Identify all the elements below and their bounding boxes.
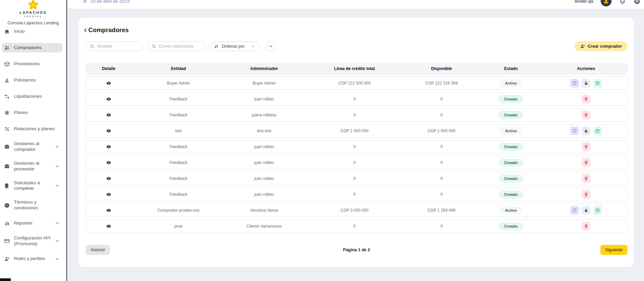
delete-button[interactable] xyxy=(582,174,591,183)
sidebar-item-terminos-y-condiciones[interactable]: Términos y condiciones xyxy=(2,199,62,212)
create-comprador-button[interactable]: Crear comprador xyxy=(575,41,627,51)
topbar-date: 10 de abril de 2023 xyxy=(90,0,130,4)
view-detail-button[interactable] xyxy=(105,127,112,134)
corner-artifact xyxy=(0,278,11,281)
edit-button[interactable] xyxy=(593,206,602,215)
table-row: test test test COP 1 500 000 COP 1 500 0… xyxy=(86,124,627,138)
avatar[interactable] xyxy=(601,0,611,6)
trash-icon xyxy=(584,113,588,117)
sidebar-item-label: Inicio xyxy=(14,29,25,34)
next-page-button[interactable]: Siguiente xyxy=(600,245,627,255)
view-detail-button[interactable] xyxy=(105,96,112,102)
cell-administrador: juan robles xyxy=(226,144,303,149)
refresh-icon xyxy=(572,208,577,213)
row-actions xyxy=(545,158,627,167)
sidebar-item-configuracion-api[interactable]: Configuración API (Provisoria) xyxy=(2,235,62,248)
back-chevron-icon[interactable] xyxy=(83,27,88,33)
view-detail-button[interactable] xyxy=(105,80,112,87)
loan-icon xyxy=(4,77,10,83)
chevron-down-icon xyxy=(55,239,60,243)
cell-disponible: 0 xyxy=(406,192,477,197)
row-actions xyxy=(545,95,627,103)
sidebar-item-planes[interactable]: Planes xyxy=(2,108,62,117)
sidebar-item-gestiones-al-proveedor[interactable]: Gestiones al proveedor xyxy=(2,160,62,173)
cell-administrador: juan robles xyxy=(226,160,303,165)
name-filter-input[interactable] xyxy=(97,44,138,49)
status-badge: Creado xyxy=(499,143,523,151)
swap-icon xyxy=(4,94,10,99)
sidebar-item-solicitudes-a-completar[interactable]: Solicitudes a completar xyxy=(2,180,62,192)
email-filter xyxy=(147,42,206,51)
view-detail-button[interactable] xyxy=(105,207,112,214)
cell-linea-credito: COP 222 500 000 xyxy=(303,81,406,86)
collapse-sidebar-button[interactable] xyxy=(82,0,87,4)
userplus-icon xyxy=(4,256,10,262)
edit-icon xyxy=(595,208,600,213)
cell-linea-credito: 0 xyxy=(303,160,406,165)
cell-administrador: juan robles xyxy=(226,192,303,197)
delete-button[interactable] xyxy=(582,158,591,167)
sidebar-item-prestamos[interactable]: Préstamos xyxy=(2,75,62,85)
sidebar-item-reportes[interactable]: Reportes xyxy=(2,218,62,228)
email-filter-input[interactable] xyxy=(159,44,199,49)
view-detail-button[interactable] xyxy=(105,159,112,166)
cell-entidad: Comprador prueba uno xyxy=(131,208,226,213)
language-button[interactable] xyxy=(634,0,641,5)
refresh-icon xyxy=(572,128,577,133)
sidebar-item-liquidaciones[interactable]: Liquidaciones xyxy=(2,92,62,101)
cell-disponible: 0 xyxy=(406,113,477,117)
column-header: Disponible xyxy=(406,66,477,71)
view-detail-button[interactable] xyxy=(105,191,112,198)
delete-button[interactable] xyxy=(582,142,591,151)
edit-icon xyxy=(595,128,600,133)
bell-icon xyxy=(619,0,626,5)
sort-dropdown[interactable]: Ordenar por xyxy=(210,42,259,51)
cell-administrador: Veronica Vanse xyxy=(226,208,303,213)
sidebar-item-compradores[interactable]: Compradores xyxy=(2,43,62,52)
table-header: DetalleEntidadAdministradorLínea de créd… xyxy=(86,63,627,74)
lock-button[interactable] xyxy=(582,126,591,135)
lock-icon xyxy=(584,208,588,213)
table-row: Comprador prueba uno Veronica Vanse COP … xyxy=(86,204,627,217)
trash-icon xyxy=(584,97,588,101)
edit-button[interactable] xyxy=(593,126,602,135)
delete-button[interactable] xyxy=(582,111,591,119)
doc-icon xyxy=(4,183,10,189)
search-icon xyxy=(151,44,156,49)
lock-button[interactable] xyxy=(582,79,591,88)
chevron-down-icon xyxy=(55,164,60,169)
sidebar-item-roles-y-perfiles[interactable]: Roles y perfiles xyxy=(2,254,62,264)
filters-toolbar: Ordenar por Crear comprador xyxy=(86,41,627,51)
sidebar-item-label: Planes xyxy=(14,110,28,116)
cell-administrador: Cliente Vansevicius xyxy=(226,224,303,229)
column-header: Administrador xyxy=(226,66,303,71)
eye-icon xyxy=(106,192,111,197)
sidebar-item-inicio[interactable]: Inicio xyxy=(2,27,62,36)
lock-button[interactable] xyxy=(582,206,591,215)
view-detail-button[interactable] xyxy=(105,223,112,230)
view-detail-button[interactable] xyxy=(105,143,112,150)
delete-button[interactable] xyxy=(582,222,591,231)
expand-filters-button[interactable] xyxy=(266,42,276,51)
sidebar-item-relaciones-y-planes[interactable]: Relaciones y planes xyxy=(2,124,62,134)
notifications-button[interactable] xyxy=(619,0,626,5)
sidebar-item-proveedores[interactable]: Proveedores xyxy=(2,59,62,69)
cell-linea-credito: 0 xyxy=(303,224,406,229)
edit-button[interactable] xyxy=(593,79,602,88)
cell-entidad: Feedback xyxy=(131,192,226,197)
sidebar-item-gestiones-al-comprador[interactable]: Gestiones al comprador xyxy=(2,140,62,153)
delete-button[interactable] xyxy=(582,95,591,103)
cell-linea-credito: 0 xyxy=(303,176,406,181)
delete-button[interactable] xyxy=(582,190,591,199)
chevron-down-icon xyxy=(55,144,60,149)
eye-icon xyxy=(106,160,111,165)
refresh-credit-button[interactable] xyxy=(570,126,579,135)
cell-disponible: COP 222 226 356 xyxy=(406,81,477,86)
view-detail-button[interactable] xyxy=(105,175,112,182)
eye-icon xyxy=(106,224,111,229)
view-detail-button[interactable] xyxy=(105,112,112,118)
refresh-credit-button[interactable] xyxy=(570,79,579,88)
refresh-credit-button[interactable] xyxy=(570,206,579,215)
sidebar-item-label: Proveedores xyxy=(14,61,40,67)
chevron-down-icon xyxy=(55,257,60,261)
